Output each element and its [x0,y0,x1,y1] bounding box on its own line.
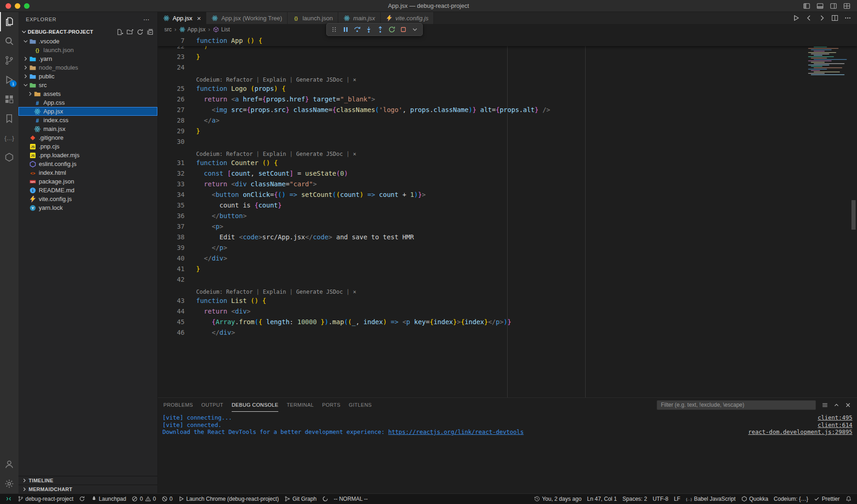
tree-item-assets[interactable]: assets [18,89,157,98]
activity-item-explorer[interactable] [0,12,18,31]
tree-item-public[interactable]: public [18,72,157,81]
layout-left-icon[interactable] [803,2,810,10]
status-git-branch[interactable]: debug-react-project [15,494,77,504]
status-git-sync[interactable] [76,494,88,504]
debug-stop-button[interactable] [398,24,409,35]
activity-item-extensions[interactable] [0,89,18,109]
tab-close-icon[interactable]: × [197,14,201,22]
status-notifications[interactable] [843,494,855,504]
tree-item-node_modules[interactable]: node_modules [18,63,157,72]
section-timeline[interactable]: TIMELINE [18,476,157,485]
tab-launch.json[interactable]: {}launch.json [288,12,338,24]
status-quokka[interactable]: Quokka [738,494,771,504]
tree-item-App.jsx[interactable]: App.jsx [18,107,157,116]
panel-tab-ports[interactable]: PORTS [322,398,341,412]
debug-pause-button[interactable] [340,24,351,35]
collapse-all-icon[interactable] [147,29,154,36]
tree-item-index.css[interactable]: #index.css [18,116,157,125]
status-git-graph[interactable]: Git Graph [282,494,319,504]
status-background-task[interactable] [319,494,331,504]
status-language-mode[interactable]: {…}Babel JavaScript [683,494,738,504]
layout-right-icon[interactable] [830,2,837,10]
activity-item-settings[interactable] [0,474,18,493]
panel-tab-debug-console[interactable]: DEBUG CONSOLE [232,398,278,412]
console-filter-input[interactable] [657,400,816,410]
zoom-window-button[interactable] [24,3,30,9]
close-icon[interactable] [845,402,851,409]
activity-item-snippets[interactable]: {…} [0,128,18,148]
activity-item-run-and-debug[interactable]: 1 [0,70,18,89]
tab-App.jsx[interactable]: App.jsx× [158,12,206,24]
panel-tab-output[interactable]: OUTPUT [201,398,223,412]
status-encoding[interactable]: UTF-8 [650,494,671,504]
tree-item-README.md[interactable]: iREADME.md [18,186,157,195]
status-codeium[interactable]: Codeium: {…} [771,494,811,504]
tree-item-launch.json[interactable]: {}launch.json [18,46,157,54]
debug-step-into-button[interactable] [363,24,374,35]
tree-item-eslint.config.js[interactable]: eslint.config.js [18,160,157,168]
breadcrumb-App.jsx[interactable]: App.jsx [179,26,205,33]
arrow-left-icon[interactable] [805,14,813,22]
tree-item-.gitignore[interactable]: .gitignore [18,133,157,142]
codelens-action[interactable]: Generate JSDoc [296,289,343,295]
console-source-link[interactable]: client:614 [818,421,852,429]
tab-App.jsx (Working Tree)[interactable]: App.jsx (Working Tree) [206,12,288,24]
tree-item-index.html[interactable]: <>index.html [18,168,157,177]
console-url-link[interactable]: https://reactjs.org/link/react-devtools [388,428,524,435]
status-blocked-count[interactable]: 0 [159,494,175,504]
codelens-action[interactable]: Explain [263,289,287,295]
list-menu-icon[interactable] [821,402,828,409]
layout-panel-icon[interactable] [816,2,824,10]
sticky-scroll-line[interactable]: 7function App () { [158,35,857,46]
status-vim-mode[interactable]: -- NORMAL -- [331,494,371,504]
console-source-link[interactable]: client:495 [818,414,852,421]
explorer-more-actions-icon[interactable]: ⋯ [143,16,150,23]
tree-item-package.json[interactable]: npmpackage.json [18,177,157,186]
panel-tab-problems[interactable]: PROBLEMS [163,398,193,412]
debug-step-out-button[interactable] [375,24,386,35]
status-remote-indicator[interactable] [3,494,15,504]
section-mermaidchart[interactable]: MERMAIDCHART [18,485,157,493]
status-cursor-position[interactable]: Ln 47, Col 1 [584,494,620,504]
activity-item-quokka[interactable] [0,148,18,167]
activity-item-accounts[interactable] [0,455,18,474]
tree-item-.pnp.cjs[interactable]: JS.pnp.cjs [18,142,157,151]
tab-vite.config.js[interactable]: vite.config.js [381,12,434,24]
codelens-action[interactable]: × [353,151,356,157]
debug-toolbar-more-button[interactable] [409,24,420,35]
breadcrumb-List[interactable]: List [213,26,230,33]
chev-up-icon[interactable] [833,402,840,409]
console-source-link[interactable]: react-dom.development.js:29895 [748,428,852,436]
new-folder-icon[interactable] [126,29,133,36]
tree-item-vite.config.js[interactable]: vite.config.js [18,195,157,203]
codelens-action[interactable]: Codeium: Refactor [196,151,253,157]
debug-step-over-button[interactable] [352,24,363,35]
codelens-action[interactable]: Codeium: Refactor [196,77,253,83]
activity-item-source-control[interactable] [0,51,18,70]
status-indentation[interactable]: Spaces: 2 [620,494,650,504]
tree-item-.pnp.loader.mjs[interactable]: JS.pnp.loader.mjs [18,151,157,160]
code-editor[interactable]: 22 )23}24Codeium: Refactor | Explain | G… [158,35,857,397]
minimize-window-button[interactable] [15,3,20,9]
codelens-action[interactable]: × [353,289,356,295]
breadcrumb-src[interactable]: src [164,26,172,33]
tree-item-App.css[interactable]: #App.css [18,98,157,107]
activity-item-bookmarks[interactable] [0,109,18,128]
codelens-action[interactable]: × [353,77,356,83]
codelens-action[interactable]: Generate JSDoc [296,151,343,157]
codelens-action[interactable]: Generate JSDoc [296,77,343,83]
tree-item-yarn.lock[interactable]: Yyarn.lock [18,203,157,212]
debug-restart-button[interactable] [386,24,397,35]
tab-main.jsx[interactable]: main.jsx [338,12,381,24]
close-window-button[interactable] [6,3,11,9]
refresh-icon[interactable] [137,29,144,36]
tree-item-.yarn[interactable]: .yarn [18,54,157,63]
run-icon[interactable] [792,14,800,22]
debug-drag-handle-button[interactable] [329,24,340,35]
tree-item-src[interactable]: src [18,81,157,89]
layout-grid-icon[interactable] [843,2,851,10]
project-section-header[interactable]: DEBUG-REACT-PROJECT [18,27,157,37]
more-h-icon[interactable] [844,14,851,22]
panel-tab-gitlens[interactable]: GITLENS [349,398,372,412]
codelens-action[interactable]: Explain [263,151,287,157]
